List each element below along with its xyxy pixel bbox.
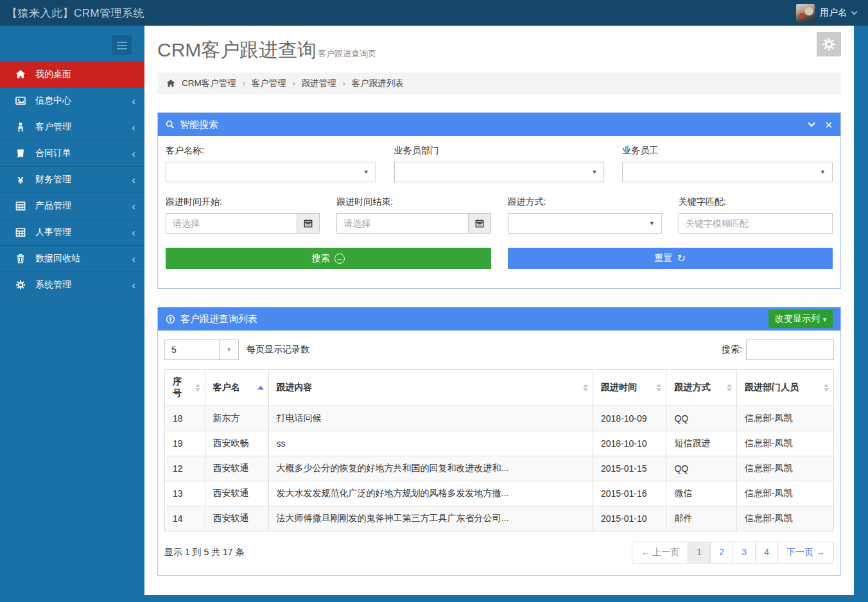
sidebar-toggle-button[interactable] <box>112 35 132 55</box>
pagination-info: 显示 1 到 5 共 17 条 <box>164 547 244 558</box>
sidebar-header <box>0 26 144 62</box>
pagination-page-4[interactable]: 4 <box>755 542 778 563</box>
sidebar-item-product-mgmt[interactable]: 产品管理 ‹ <box>0 193 144 219</box>
gear-icon <box>14 280 27 290</box>
refresh-icon: ↻ <box>677 254 686 264</box>
follow-list-panel: 客户跟进查询列表 改变显示列 ▾ 5 ▼ 每页显示记录数 搜索: <box>157 307 841 576</box>
calendar-icon[interactable] <box>468 213 491 234</box>
reset-button[interactable]: 重置 ↻ <box>508 248 833 269</box>
sidebar-item-finance-mgmt[interactable]: ¥ 财务管理 ‹ <box>0 167 144 193</box>
page-size-select[interactable]: 5 ▼ <box>164 340 239 360</box>
table-header-row: 序号客户名跟进内容跟进时间跟进方式跟进部门人员 <box>165 370 834 406</box>
cell-id: 18 <box>165 406 205 431</box>
app-brand[interactable]: 【猿来入此】CRM管理系统 <box>6 6 144 21</box>
pagination-page-2[interactable]: 2 <box>710 542 733 563</box>
person-icon <box>14 122 27 132</box>
pagination-next[interactable]: 下一页 → <box>777 542 834 563</box>
sidebar-item-recycle-bin[interactable]: 数据回收站 ‹ <box>0 246 144 272</box>
follow-method-select[interactable]: ▼ <box>508 213 662 234</box>
caret-down-icon: ▼ <box>219 340 238 359</box>
keyword-field[interactable] <box>686 218 826 228</box>
sidebar-item-info-center[interactable]: 信息中心 ‹ <box>0 88 144 114</box>
sidebar-item-system-mgmt[interactable]: 系统管理 ‹ <box>0 272 144 298</box>
sidebar-item-customer-mgmt[interactable]: 客户管理 ‹ <box>0 114 144 141</box>
chevron-left-icon: ‹ <box>132 175 135 185</box>
breadcrumb-item[interactable]: 跟进管理 <box>302 78 336 89</box>
breadcrumb-item[interactable]: 客户管理 <box>252 78 286 89</box>
cell-content[interactable]: 法大师傅撒旦刚刚发的鬼斧神工第三方工具广东省分公司... <box>268 506 593 531</box>
keyword-label: 关键字匹配: <box>679 196 833 208</box>
pagination-prev[interactable]: ← 上一页 <box>632 542 688 563</box>
pagination-page-3[interactable]: 3 <box>733 542 756 563</box>
home-icon <box>14 69 27 80</box>
sort-icon <box>656 384 661 391</box>
breadcrumb-separator: › <box>243 79 245 88</box>
column-header-跟进方式[interactable]: 跟进方式 <box>666 370 736 406</box>
cell-content: ss <box>268 431 593 456</box>
pagination-page-1[interactable]: 1 <box>688 542 711 563</box>
column-header-客户名[interactable]: 客户名 <box>205 370 268 406</box>
keyword-input[interactable] <box>679 213 833 234</box>
chevron-left-icon: ‹ <box>132 96 135 107</box>
cell-dept: 信息部-凤凯 <box>736 506 833 531</box>
breadcrumb-item[interactable]: 客户跟进列表 <box>352 78 404 89</box>
hamburger-icon <box>117 42 127 43</box>
cell-time: 2018-10-09 <box>593 406 666 431</box>
cell-dept: 信息部-凤凯 <box>736 456 833 481</box>
change-columns-button[interactable]: 改变显示列 ▾ <box>768 310 833 328</box>
breadcrumb-separator: › <box>343 79 345 88</box>
follow-start-label: 跟进时间开始: <box>166 196 320 208</box>
sales-staff-select[interactable]: ▼ <box>622 162 833 182</box>
sidebar-item-my-desktop[interactable]: 我的桌面 <box>0 62 144 88</box>
sort-icon <box>583 384 588 391</box>
table-row: 13西安软通发大水发发规范化广泛的好地方规划的风格多发发地方撤...2015-0… <box>165 481 834 506</box>
cell-customer: 西安欧畅 <box>205 431 268 456</box>
cell-customer: 西安软通 <box>205 506 268 531</box>
sidebar-item-hr-mgmt[interactable]: 人事管理 ‹ <box>0 219 144 246</box>
cell-content[interactable]: 大概多少公分的恢复的好地方共和国的回复和改进改进和... <box>268 456 593 481</box>
chevron-left-icon: ‹ <box>132 122 135 133</box>
calendar-icon[interactable] <box>297 213 320 234</box>
user-menu[interactable]: 用户名 <box>796 4 856 22</box>
caret-down-icon: ▼ <box>820 169 826 175</box>
collapse-panel-icon[interactable] <box>808 119 815 126</box>
customer-name-label: 客户名称: <box>166 145 376 157</box>
close-panel-icon[interactable]: ✕ <box>824 120 833 130</box>
caret-down-icon: ▼ <box>591 169 597 175</box>
search-button[interactable]: 搜索 → <box>166 248 491 269</box>
caret-down-icon: ▼ <box>649 220 655 227</box>
breadcrumb-item[interactable]: CRM客户管理 <box>182 78 236 89</box>
page-subtitle: 客户跟进查询页 <box>318 49 376 58</box>
table-search-input[interactable] <box>746 340 834 360</box>
sidebar-item-contract-orders[interactable]: 合同订单 ‹ <box>0 141 144 167</box>
cell-time: 2015-01-16 <box>593 481 666 506</box>
arrow-right-icon: → <box>334 254 345 264</box>
column-header-跟进内容[interactable]: 跟进内容 <box>268 370 593 406</box>
follow-start-field[interactable] <box>173 218 290 228</box>
cell-method: 短信跟进 <box>666 431 736 456</box>
column-header-跟进部门人员[interactable]: 跟进部门人员 <box>736 370 833 406</box>
follow-end-input[interactable] <box>336 213 467 234</box>
follow-start-input[interactable] <box>166 213 297 234</box>
sort-icon <box>195 384 200 391</box>
cell-content[interactable]: 发大水发发规范化广泛的好地方规划的风格多发发地方撤... <box>268 481 593 506</box>
user-avatar <box>796 4 815 22</box>
column-header-跟进时间[interactable]: 跟进时间 <box>593 370 666 406</box>
cell-method: 微信 <box>666 481 736 506</box>
page-size-label: 每页显示记录数 <box>247 344 309 356</box>
cell-id: 13 <box>165 481 205 506</box>
cell-content: 打电话问候 <box>268 406 593 431</box>
caret-down-icon: ▾ <box>823 316 826 323</box>
follow-method-label: 跟进方式: <box>508 196 662 208</box>
sales-dept-select[interactable]: ▼ <box>394 162 605 182</box>
cell-method: QQ <box>666 456 736 481</box>
topbar: 【猿来入此】CRM管理系统 用户名 <box>0 0 868 26</box>
follow-end-label: 跟进时间结束: <box>336 196 490 208</box>
smart-search-panel-header: 智能搜索 ✕ <box>158 113 840 136</box>
column-header-序号[interactable]: 序号 <box>165 370 205 406</box>
chevron-left-icon: ‹ <box>132 254 135 264</box>
follow-end-field[interactable] <box>343 218 461 228</box>
customer-name-select[interactable]: ▼ <box>166 162 376 182</box>
cell-dept: 信息部-凤凯 <box>736 431 833 456</box>
page-settings-button[interactable] <box>817 32 841 56</box>
